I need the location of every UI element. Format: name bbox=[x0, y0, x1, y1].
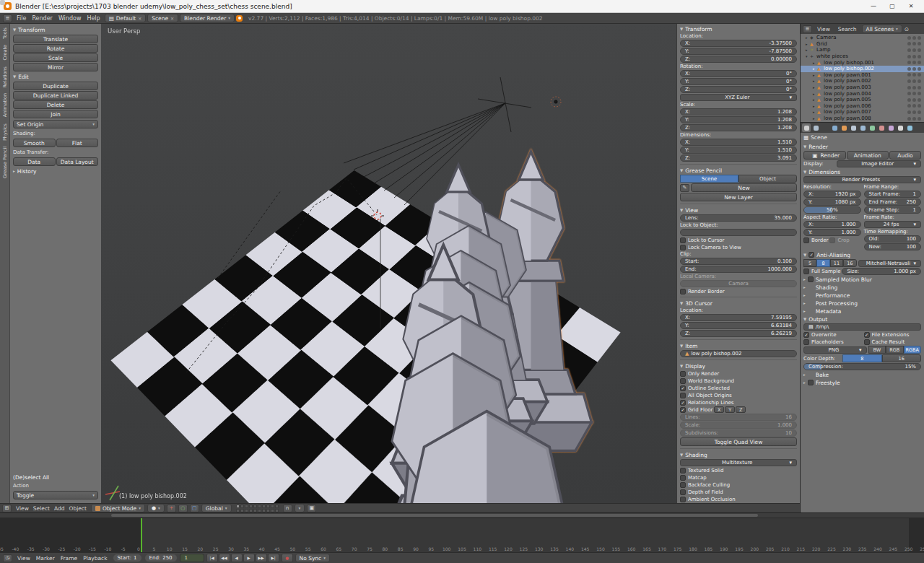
eye-icon[interactable] bbox=[907, 98, 911, 102]
object-name[interactable]: low poly pawn.005 bbox=[824, 97, 907, 102]
folder-icon[interactable]: ▤ bbox=[808, 324, 814, 330]
render-engine-select[interactable]: Blender Render▾ bbox=[180, 14, 235, 22]
mode-select[interactable]: Object Mode▾ bbox=[91, 504, 145, 512]
frame-range-field[interactable]: End Frame:250 bbox=[864, 198, 922, 206]
dimension-field[interactable]: X:1.510 bbox=[680, 139, 797, 146]
dimension-field[interactable]: Z:3.091 bbox=[680, 154, 797, 162]
view3d-menu-item[interactable]: Object bbox=[66, 505, 88, 512]
grid-axis-toggle[interactable]: X bbox=[714, 406, 724, 413]
redo-panel-header[interactable]: (De)select All bbox=[13, 473, 98, 481]
object-name[interactable]: low poly pawn.003 bbox=[824, 84, 907, 90]
object-name[interactable]: low poly pawn.001 bbox=[824, 72, 907, 78]
shading-mode-select[interactable]: Multitexture▾ bbox=[680, 459, 797, 466]
compression-slider[interactable]: Compression:15% bbox=[803, 363, 921, 370]
rotation-mode-select[interactable]: XYZ Euler▾ bbox=[680, 94, 797, 101]
object-name[interactable]: low poly pawn.002 bbox=[824, 78, 907, 84]
object-name[interactable]: Grid bbox=[816, 41, 907, 47]
end-frame-field[interactable]: End:250 bbox=[144, 554, 178, 562]
antialiasing-panel-header[interactable]: ▼✓Anti-Aliasing bbox=[803, 251, 921, 258]
select-icon[interactable] bbox=[912, 117, 916, 121]
rotation-field[interactable]: Z:0° bbox=[680, 86, 797, 93]
editor-type-button[interactable]: ⊞ bbox=[2, 505, 12, 512]
timeline-menu-item[interactable]: Frame bbox=[58, 555, 80, 562]
select-icon[interactable] bbox=[912, 61, 916, 64]
playback-button[interactable]: ▶ bbox=[243, 554, 255, 562]
set-origin-button[interactable]: Set Origin▾ bbox=[13, 120, 98, 128]
grid-axis-toggle[interactable]: Z bbox=[736, 406, 746, 413]
collapsed-panel-header[interactable]: ▸Shading bbox=[803, 284, 921, 291]
render-icon[interactable] bbox=[918, 36, 921, 40]
collapsed-panel-header[interactable]: ▸Metadata bbox=[803, 307, 921, 315]
select-icon[interactable] bbox=[912, 98, 916, 102]
view-panel-header[interactable]: ▼View bbox=[680, 206, 797, 214]
display-checkbox[interactable]: World Background bbox=[680, 377, 797, 384]
minimize-button[interactable]: — bbox=[864, 0, 883, 12]
select-icon[interactable] bbox=[912, 67, 916, 71]
color-depth-toggle[interactable]: 16 bbox=[882, 354, 922, 362]
scale-field[interactable]: Y:1.208 bbox=[680, 116, 797, 123]
aa-samples-toggle[interactable]: 5 bbox=[803, 259, 816, 267]
object-name[interactable]: low poly bishop.001 bbox=[824, 60, 907, 66]
outliner-search-menu[interactable]: Search bbox=[835, 26, 860, 32]
output-panel-header[interactable]: ▼Output bbox=[803, 315, 921, 323]
transform-panel-header[interactable]: ▼Transform bbox=[13, 26, 98, 33]
shading-mode-button[interactable]: Flat bbox=[56, 139, 99, 147]
shading-checkbox[interactable]: Matcap bbox=[680, 474, 797, 481]
sync-select[interactable]: No Sync▾ bbox=[295, 554, 330, 562]
render-icon[interactable] bbox=[918, 110, 921, 114]
eye-icon[interactable] bbox=[907, 67, 911, 71]
grid-axis-toggle[interactable]: Y bbox=[725, 406, 735, 413]
display-checkbox[interactable]: ✓Relationship Lines bbox=[680, 399, 797, 406]
eye-icon[interactable] bbox=[907, 104, 911, 108]
viewport-3d[interactable]: User Persp (1) low poly bishop.002 bbox=[101, 24, 676, 503]
shading-checkbox[interactable]: Textured Solid bbox=[680, 467, 797, 473]
eye-icon[interactable] bbox=[907, 86, 911, 90]
render-icon[interactable] bbox=[918, 61, 921, 64]
collapsed-panel-header[interactable]: ▸Post Processing bbox=[803, 300, 921, 307]
pieces-layer[interactable] bbox=[359, 152, 609, 503]
display-checkbox[interactable]: ✓Outline Selected bbox=[680, 385, 797, 391]
scene-select[interactable]: Scene✕ bbox=[147, 14, 178, 22]
aa-samples-toggle[interactable]: 8 bbox=[816, 259, 829, 267]
snap-magnet-button[interactable]: ∩ bbox=[283, 505, 292, 512]
object-name[interactable]: low poly pawn.006 bbox=[824, 103, 907, 109]
properties-tab[interactable] bbox=[905, 123, 914, 132]
shading-mode-button[interactable]: Smooth bbox=[13, 139, 56, 147]
border-checkbox[interactable]: Border bbox=[803, 237, 828, 243]
view3d-menu-item[interactable]: View bbox=[14, 505, 31, 512]
layers-widget[interactable] bbox=[236, 505, 279, 512]
properties-tab[interactable] bbox=[858, 123, 867, 132]
collapsed-panel-header[interactable]: ▸Sampled Motion Blur bbox=[803, 276, 921, 283]
render-icon[interactable] bbox=[918, 104, 921, 108]
unlink-icon[interactable]: ✕ bbox=[170, 16, 174, 21]
display-panel-header[interactable]: ▼Display bbox=[680, 362, 797, 370]
object-name[interactable]: low poly bishop.002 bbox=[824, 66, 907, 71]
output-path-field[interactable]: ▤/tmp\ bbox=[803, 323, 921, 331]
location-field[interactable]: X:-3.37500 bbox=[680, 40, 797, 47]
color-mode-toggle[interactable]: RGBA bbox=[904, 346, 922, 354]
resolution-field[interactable]: X:1920 px bbox=[803, 191, 861, 198]
screen-layout-select[interactable]: ▤Default✕ bbox=[105, 14, 147, 22]
history-panel-header[interactable]: ▸History bbox=[13, 167, 98, 175]
grease-pencil-source-toggle[interactable]: Object bbox=[738, 175, 797, 183]
outliner-item[interactable]: ▸ low poly pawn.004 bbox=[801, 90, 924, 97]
clip-start-field[interactable]: Start:0.100 bbox=[680, 258, 797, 265]
outliner-item[interactable]: ▸ low poly bishop.002 bbox=[801, 66, 924, 72]
file-format-select[interactable]: PNG▾ bbox=[803, 346, 867, 354]
lamp-object[interactable] bbox=[551, 97, 561, 107]
aa-size-field[interactable]: Size:1.000 px bbox=[842, 268, 921, 275]
outliner-filter-select[interactable]: All Scenes▾ bbox=[862, 25, 902, 33]
rotation-field[interactable]: X:0° bbox=[680, 70, 797, 77]
eye-icon[interactable] bbox=[907, 42, 911, 45]
render-icon[interactable] bbox=[918, 48, 921, 52]
shading-checkbox[interactable]: Depth of Field bbox=[680, 489, 797, 495]
tool-shelf-tab[interactable]: Grease Pencil bbox=[1, 144, 9, 180]
info-editor-icon[interactable]: ≡ bbox=[3, 14, 12, 22]
timeline-menu-item[interactable]: Playback bbox=[80, 555, 110, 562]
object-name[interactable]: Lamp bbox=[816, 47, 907, 53]
menu-item[interactable]: Help bbox=[84, 15, 103, 22]
object-name[interactable]: low poly pawn.008 bbox=[824, 115, 907, 121]
scrollbar-thumb[interactable] bbox=[111, 514, 758, 517]
color-mode-toggle[interactable]: BW bbox=[868, 346, 886, 354]
collapsed-panel-header[interactable]: ▸Freestyle bbox=[803, 379, 921, 386]
